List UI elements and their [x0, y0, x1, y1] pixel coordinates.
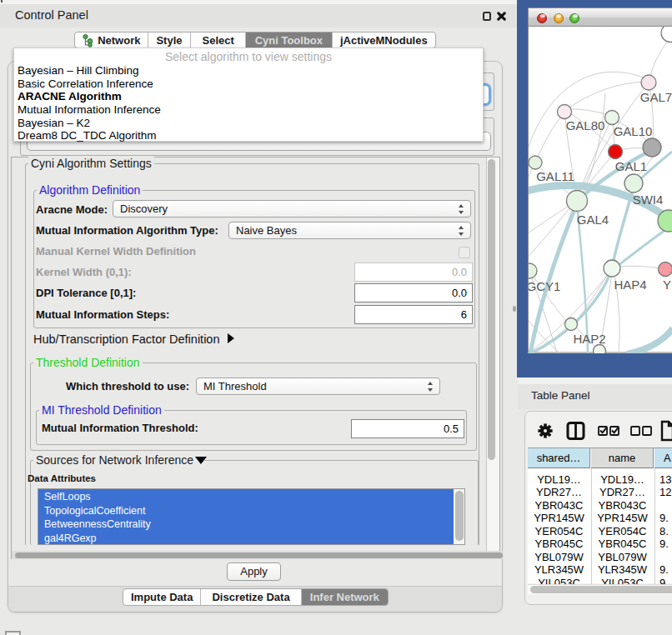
svg-text:Y: Y — [663, 278, 671, 292]
svg-text:HAP2: HAP2 — [573, 332, 605, 346]
svg-text:HAP4: HAP4 — [614, 278, 646, 292]
svg-text:SWI4: SWI4 — [633, 192, 664, 207]
svg-text:GAL4: GAL4 — [577, 212, 609, 227]
svg-text:GAL1: GAL1 — [615, 159, 647, 173]
svg-text:GAL7: GAL7 — [640, 90, 672, 104]
svg-text:GAL11: GAL11 — [536, 169, 574, 183]
svg-text:GAL10: GAL10 — [614, 124, 653, 138]
svg-text:GAL80: GAL80 — [566, 118, 605, 132]
svg-text:GCY1: GCY1 — [529, 279, 560, 293]
